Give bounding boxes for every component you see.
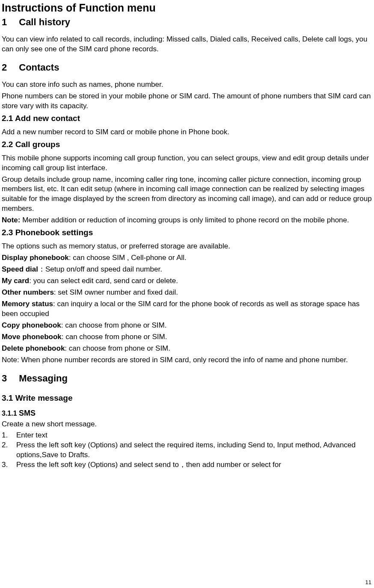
opt-memory-status-text: : can inquiry a local or the SIM card fo…: [2, 300, 359, 318]
section-2-p2: Phone numbers can be stored in your mobi…: [2, 92, 372, 111]
section-3-num: 3: [2, 373, 7, 384]
opt-display-phonebook-text: : can choose SIM , Cell-phone or All.: [69, 254, 187, 262]
opt-move-phonebook-text: : can choose from phone or SIM.: [62, 333, 167, 341]
section-2-3-heading: 2.3 Phonebook settings: [2, 228, 372, 237]
section-2-heading: 2Contacts: [2, 62, 372, 73]
opt-copy-phonebook-label: Copy phonebook: [2, 321, 61, 329]
opt-speed-dial: Speed dial：Setup on/off and speed dail n…: [2, 265, 372, 275]
note-label: Note:: [2, 216, 20, 224]
section-2-2-p1: This mobile phone supports incoming call…: [2, 154, 372, 173]
opt-delete-phonebook: Delete phonebook: can choose from phone …: [2, 344, 372, 354]
section-3-1-1-heading: 3.1.1 SMS: [2, 409, 372, 418]
opt-delete-phonebook-text: : can choose from phone or SIM.: [65, 344, 170, 352]
section-3-1-heading: 3.1 Write message: [2, 393, 372, 403]
opt-memory-status-label: Memory status: [2, 300, 53, 308]
list-item-2: 2. Press the left soft key (Options) and…: [2, 440, 372, 460]
opt-move-phonebook-label: Move phonebook: [2, 333, 62, 341]
opt-other-numbers-text: : set SIM owner number and fixed dail.: [54, 288, 178, 296]
section-3-1-1-pre: 3.1.1: [2, 410, 19, 417]
opt-my-card: My card: you can select edit card, send …: [2, 276, 372, 286]
section-2-2-note: Note: Member addition or reduction of in…: [2, 216, 372, 225]
opt-speed-dial-text: ：Setup on/off and speed dail number.: [38, 265, 162, 273]
opt-delete-phonebook-label: Delete phonebook: [2, 344, 65, 352]
list-item-2-num: 2.: [2, 440, 16, 460]
section-2-2-p2: Group details include group name, incomi…: [2, 175, 372, 214]
section-2-txt: Contacts: [19, 62, 59, 73]
section-2-num: 2: [2, 62, 7, 73]
section-3-txt: Messaging: [19, 373, 68, 384]
opt-speed-dial-label: Speed dial: [2, 265, 38, 273]
opt-copy-phonebook-text: : can choose from phone or SIM.: [61, 321, 167, 329]
list-item-1: 1. Enter text: [2, 431, 372, 440]
opt-other-numbers: Other numbers: set SIM owner number and …: [2, 288, 372, 298]
section-2-1-p1: Add a new number record to SIM card or m…: [2, 127, 372, 137]
section-2-3-note: Note: When phone number records are stor…: [2, 355, 372, 365]
section-2-1-heading: 2.1 Add new contact: [2, 114, 372, 123]
list-item-3: 3. Press the left soft key (Options) and…: [2, 460, 372, 470]
section-3-1-1-p1: Create a new short message.: [2, 420, 372, 429]
section-1-heading: 1Call history: [2, 17, 372, 28]
section-1-p1: You can view info related to call record…: [2, 35, 372, 54]
list-item-1-num: 1.: [2, 431, 16, 440]
list-item-3-num: 3.: [2, 460, 16, 470]
list-item-2-txt: Press the left soft key (Options) and se…: [16, 440, 372, 460]
opt-my-card-text: : you can select edit card, send card or…: [29, 277, 178, 285]
doc-title: Instructions of Function menu: [2, 2, 372, 14]
section-1-txt: Call history: [19, 17, 70, 27]
list-item-1-txt: Enter text: [16, 431, 372, 440]
opt-display-phonebook-label: Display phonebook: [2, 254, 69, 262]
section-1-num: 1: [2, 17, 7, 28]
opt-move-phonebook: Move phonebook: can choose from phone or…: [2, 332, 372, 342]
opt-other-numbers-label: Other numbers: [2, 288, 54, 296]
section-2-3-p1: The options such as memory status, or pr…: [2, 242, 372, 251]
section-3-heading: 3Messaging: [2, 373, 372, 384]
note-text: Member addition or reduction of incoming…: [20, 216, 349, 224]
opt-my-card-label: My card: [2, 277, 29, 285]
opt-copy-phonebook: Copy phonebook: can choose from phone or…: [2, 321, 372, 331]
opt-memory-status: Memory status: can inquiry a local or th…: [2, 299, 372, 319]
section-2-2-heading: 2.2 Call groups: [2, 140, 372, 149]
opt-display-phonebook: Display phonebook: can choose SIM , Cell…: [2, 253, 372, 263]
section-2-p1: You can store info such as names, phone …: [2, 80, 372, 90]
page-number: 11: [365, 579, 371, 585]
section-3-1-1-txt: SMS: [19, 409, 36, 417]
list-item-3-txt: Press the left soft key (Options) and se…: [16, 460, 372, 470]
